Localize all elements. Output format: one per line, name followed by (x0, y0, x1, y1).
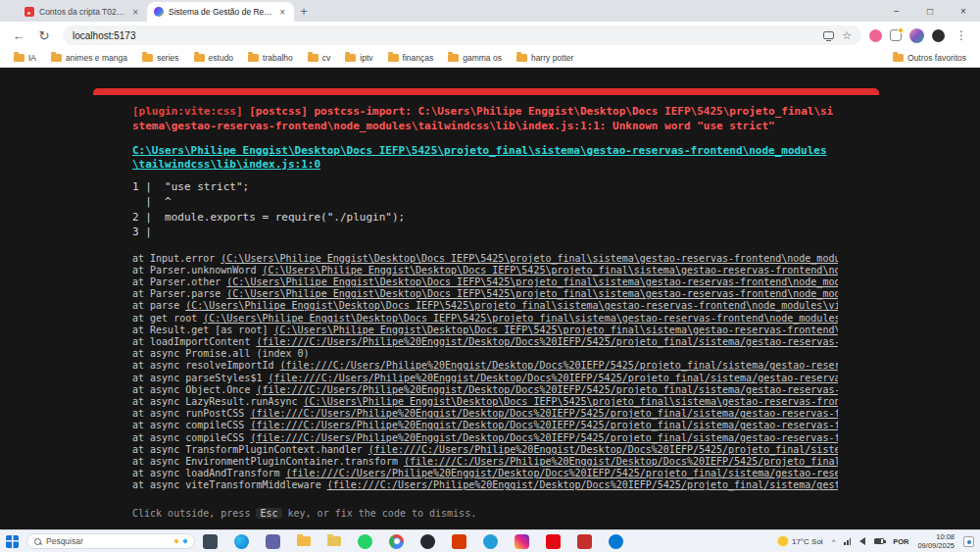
bookmark-star-icon[interactable]: ☆ (842, 30, 852, 41)
telegram-icon[interactable] (483, 534, 498, 549)
battery-icon[interactable] (874, 538, 884, 544)
cast-icon[interactable] (823, 31, 834, 39)
file-explorer-icon[interactable] (297, 536, 311, 546)
stack-line: at Parser.parse(C:\Users\Philipe Enggist… (132, 288, 838, 300)
stack-fn: at async TransformPluginContext.handler (132, 444, 363, 455)
stack-file-link[interactable]: (C:\Users\Philipe Enggist\Desktop\Docs I… (273, 325, 838, 335)
chrome-icon[interactable] (389, 534, 404, 549)
stack-line: at Parser.unknownWord(C:\Users\Philipe E… (132, 265, 838, 276)
other-bookmarks-button[interactable]: Outros favoritos (893, 53, 966, 63)
folder-icon (893, 54, 904, 62)
edge-icon[interactable] (234, 534, 249, 549)
stack-file-link[interactable]: (file:///C:/Users/Philipe%20Enggist/Desk… (368, 444, 838, 455)
teams-icon[interactable] (266, 534, 280, 549)
stack-file-link[interactable]: (C:\Users\Philipe Enggist\Desktop\Docs I… (203, 313, 838, 324)
error-file-link[interactable]: C:\Users\Philipe Enggist\Desktop\Docs IE… (132, 144, 838, 171)
volume-icon[interactable] (859, 537, 865, 545)
taskbar-search[interactable]: Pesquisar (26, 533, 195, 549)
stack-file-link[interactable]: (C:\Users\Philipe Enggist\Desktop\Docs I… (220, 253, 838, 264)
clock-widget[interactable]: 10:08 09/09/2025 (917, 532, 955, 551)
stack-file-link[interactable]: (C:\Users\Philipe Enggist\Desktop\Docs I… (226, 288, 838, 299)
bookmark-folder-iptv[interactable]: iptv (345, 53, 372, 63)
netflix-icon[interactable] (546, 534, 561, 549)
bookmark-folder-ia[interactable]: IA (14, 53, 36, 63)
bookmark-folder-trabalho[interactable]: trabalho (248, 53, 293, 63)
minimize-button[interactable]: − (880, 0, 913, 22)
bookmark-label: estudo (209, 53, 234, 63)
tab-close-icon[interactable]: × (130, 7, 140, 18)
tab-contos-da-cripta[interactable]: ▸ Contos da cripta T02 ep 1 morte × (18, 2, 147, 22)
folder-icon (516, 54, 527, 62)
stack-file-link[interactable]: (file:///C:/Users/Philipe%20Enggist/Desk… (327, 479, 838, 490)
stack-fn: at async runPostCSS (132, 408, 244, 419)
language-indicator[interactable]: POR (893, 537, 908, 546)
tray-chevron-icon[interactable]: ^ (832, 537, 836, 546)
stack-file-link[interactable]: (file:///C:/Users/Philipe%20Enggist/Desk… (256, 384, 838, 395)
stack-file-link[interactable]: (file:///C:/Users/Philipe%20Enggist/Desk… (268, 373, 838, 383)
bookmark-folder-series[interactable]: series (142, 53, 179, 63)
stack-line: at Parser.other(C:\Users\Philipe Enggist… (132, 276, 838, 288)
instagram-icon[interactable] (514, 534, 529, 549)
folder-icon (14, 54, 24, 62)
close-button[interactable]: × (947, 0, 980, 22)
stack-line: at Input.error(C:\Users\Philipe Enggist\… (132, 253, 838, 265)
task-view-icon[interactable] (203, 534, 218, 549)
extension-dark-icon[interactable] (932, 29, 945, 42)
profile-avatar[interactable] (909, 28, 924, 43)
stack-line: at async TransformPluginContext.handler(… (132, 444, 838, 456)
stack-line: at async runPostCSS(file:///C:/Users/Phi… (132, 408, 838, 420)
stack-file-link[interactable]: (file:///C:/Users/Philipe%20Enggist/Desk… (256, 336, 838, 347)
skype-icon[interactable] (609, 534, 623, 549)
stack-fn: at async Object.Once (132, 384, 250, 395)
folder-icon (345, 54, 356, 62)
network-icon[interactable] (844, 537, 851, 545)
code-frame-line: 2 | module.exports = require("./plugin")… (132, 210, 838, 226)
notifications-icon[interactable] (963, 536, 974, 547)
stack-line: at async EnvironmentPluginContainer.tran… (132, 456, 838, 468)
stack-file-link[interactable]: (file:///C:/Users/Philipe%20Enggist/Desk… (250, 420, 838, 430)
stack-file-link[interactable]: (file:///C:/Users/Philipe%20Enggist/Desk… (286, 468, 838, 478)
folder-icon (194, 54, 205, 62)
menu-kebab-icon[interactable]: ⋮ (953, 28, 970, 42)
stack-file-link[interactable]: (C:\Users\Philipe Enggist\Desktop\Docs I… (262, 265, 838, 276)
w-app-icon[interactable] (577, 534, 592, 549)
folder-icon (308, 54, 318, 62)
toolbar-right: ⋮ (869, 28, 972, 43)
page-content[interactable]: [plugin:vite:css] [postcss] postcss-impo… (0, 68, 980, 529)
tab-title: Contos da cripta T02 ep 1 morte (39, 7, 125, 17)
stack-file-link[interactable]: (file:///C:/Users/Philipe%20Enggist/Desk… (280, 360, 839, 371)
maximize-button[interactable]: □ (913, 0, 947, 22)
extensions-puzzle-icon[interactable] (890, 29, 902, 41)
stack-file-link[interactable]: (file:///C:/Users/Philipe%20Enggist/Desk… (250, 432, 838, 443)
code-frame: 1 | "use strict"; | ^ 2 | module.exports… (132, 179, 838, 240)
stack-file-link[interactable]: (file:///C:/Users/Philipe%20Enggist/Desk… (250, 408, 838, 419)
bookmark-folder-estudo[interactable]: estudo (194, 53, 234, 63)
folder-icon[interactable] (327, 536, 341, 546)
stack-file-link[interactable]: (C:\Users\Philipe Enggist\Desktop\Docs I… (226, 276, 838, 287)
windows-taskbar: Pesquisar 17°C Sol ^ (0, 529, 980, 552)
bookmark-folder-cv[interactable]: cv (308, 53, 331, 63)
stack-file-link[interactable]: (C:\Users\Philipe Enggist\Desktop\Docs I… (185, 300, 838, 311)
search-highlight-icon (182, 538, 188, 544)
tab-strip: ▸ Contos da cripta T02 ep 1 morte × Sist… (0, 0, 980, 22)
office-icon[interactable] (452, 534, 466, 549)
extension-pink-icon[interactable] (869, 29, 882, 42)
bookmark-folder-animes[interactable]: animes e manga (51, 53, 127, 63)
stack-file-link[interactable]: (C:\Users\Philipe Enggist\Desktop\Docs I… (304, 396, 838, 407)
stack-file-link[interactable]: (file:///C:/Users/Philipe%20Enggist/Desk… (404, 456, 838, 467)
address-bar[interactable]: localhost:5173 ☆ (63, 25, 861, 45)
weather-widget[interactable]: 17°C Sol (778, 536, 823, 546)
new-tab-button[interactable]: + (294, 2, 314, 22)
bookmark-folder-harry-potter[interactable]: harry potter (516, 53, 573, 63)
bookmark-folder-gamma-os[interactable]: gamma os (448, 53, 502, 63)
bookmark-folder-financas[interactable]: finanças (388, 53, 434, 63)
tab-sistema-gestao-reservas[interactable]: Sistema de Gestão de Reservas × (147, 2, 294, 22)
github-icon[interactable] (420, 534, 435, 549)
whatsapp-icon[interactable] (358, 534, 372, 549)
stack-trace: at Input.error(C:\Users\Philipe Enggist\… (132, 253, 838, 492)
start-button[interactable] (6, 535, 19, 548)
reload-button[interactable]: ↻ (33, 28, 55, 43)
plugin-tag: [plugin:vite:css] (132, 105, 243, 118)
back-button[interactable]: ← (8, 28, 29, 43)
tab-close-icon[interactable]: × (277, 7, 287, 18)
